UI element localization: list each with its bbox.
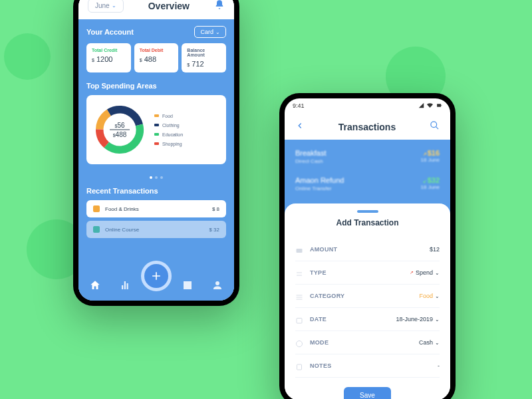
credit-value: 1200 (96, 55, 112, 63)
course-icon (93, 226, 100, 233)
amount-row[interactable]: AMOUNT $12 (295, 238, 440, 261)
svg-line-5 (436, 126, 438, 129)
overview-phone: June ⌄ Overview Your Account Card ⌄ Tota… (73, 0, 239, 306)
arrow-up-icon: ↗ (410, 270, 414, 275)
debit-value: 488 (144, 55, 156, 63)
status-time: 9:41 (293, 102, 305, 110)
donut-bottom: 488 (116, 131, 127, 138)
balance-card[interactable]: Balance Amount $ 712 (182, 43, 226, 72)
svg-rect-6 (297, 249, 303, 253)
chart-legend: Food Clothing Education Shopping (154, 114, 183, 146)
chevron-down-icon: ⌄ (215, 29, 220, 35)
amount-icon (295, 245, 303, 253)
chevron-down-icon: ⌄ (435, 293, 440, 299)
chevron-down-icon: ⌄ (435, 340, 440, 346)
page-dots (86, 170, 226, 182)
month-label: June (95, 2, 110, 9)
add-button[interactable] (141, 261, 172, 291)
food-icon (93, 205, 100, 212)
card-selector[interactable]: Card ⌄ (194, 26, 226, 38)
balance-label: Balance Amount (187, 48, 221, 57)
search-icon[interactable] (430, 120, 440, 133)
category-icon (295, 292, 303, 300)
legend-item: Shopping (154, 142, 183, 146)
legend-item: Education (154, 132, 183, 137)
total-credit-card[interactable]: Total Credit $ 1200 (86, 43, 131, 72)
overview-header: June ⌄ Overview (78, 0, 234, 19)
transaction-row: Amaon Refund Online Transfer ↙$32 18 Jun… (295, 176, 440, 192)
status-bar: 9:41 (285, 98, 450, 114)
month-selector[interactable]: June ⌄ (88, 0, 124, 13)
transaction-row[interactable]: Food & Drinks $ 8 (86, 200, 226, 217)
donut-chart: 16% $56 $488 (93, 103, 146, 156)
mode-icon (295, 338, 303, 346)
credit-label: Total Credit (92, 48, 126, 53)
spending-card: 16% $56 $488 Food Clothing Education Sho… (86, 95, 226, 164)
date-row[interactable]: DATE 18-June-2019 ⌄ (295, 308, 440, 331)
debit-label: Total Debit (140, 48, 174, 53)
add-transaction-sheet: Add Transaction AMOUNT $12 TYPE ↗Spend ⌄… (285, 203, 450, 399)
spending-heading: Top Spending Areas (86, 82, 226, 90)
profile-icon[interactable] (211, 279, 223, 294)
mode-row[interactable]: MODE Cash ⌄ (295, 331, 440, 354)
sheet-title: Add Transaction (295, 218, 440, 227)
back-button[interactable] (295, 121, 305, 133)
transactions-phone: 9:41 Transactions Breakfast Direct Cash … (279, 93, 456, 399)
chevron-down-icon: ⌄ (435, 317, 440, 323)
bell-icon[interactable] (214, 0, 225, 13)
svg-rect-7 (297, 319, 302, 324)
recent-heading: Recent Transactions (86, 187, 226, 195)
list-icon[interactable] (182, 279, 194, 294)
legend-item: Clothing (154, 123, 183, 128)
legend-item: Food (154, 114, 183, 118)
page-title: Overview (124, 1, 214, 11)
status-icons (417, 102, 442, 110)
notes-icon (295, 362, 303, 370)
category-row[interactable]: CATEGORY Food ⌄ (295, 285, 440, 308)
calendar-icon (295, 315, 303, 323)
page-title: Transactions (338, 122, 396, 132)
type-row[interactable]: TYPE ↗Spend ⌄ (295, 261, 440, 285)
notes-row[interactable]: NOTES - (295, 354, 440, 378)
svg-point-4 (431, 122, 437, 128)
transaction-row: Breakfast Direct Cash ↗$16 18 June (295, 149, 440, 164)
account-heading: Your Account (86, 28, 134, 36)
transactions-header: Transactions (285, 114, 450, 140)
chevron-down-icon: ⌄ (435, 270, 440, 276)
transaction-row[interactable]: Online Course $ 32 (86, 221, 226, 238)
home-icon[interactable] (89, 279, 101, 294)
total-debit-card[interactable]: Total Debit $ 488 (134, 43, 179, 72)
stats-icon[interactable] (120, 279, 132, 294)
svg-rect-9 (297, 364, 302, 370)
type-icon (295, 269, 303, 277)
balance-value: 712 (192, 60, 203, 68)
sheet-handle[interactable] (357, 210, 378, 213)
donut-top: 56 (117, 122, 124, 129)
save-button[interactable]: Save (344, 387, 391, 399)
chevron-down-icon: ⌄ (112, 3, 116, 9)
svg-point-8 (297, 341, 303, 347)
